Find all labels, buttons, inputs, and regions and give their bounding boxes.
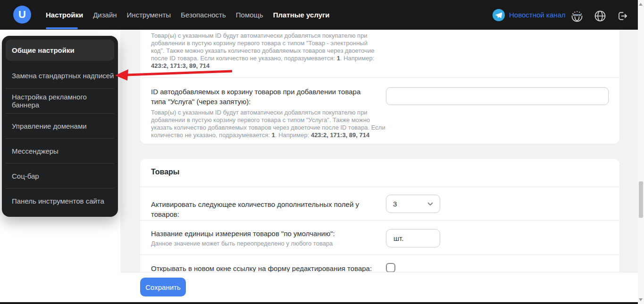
sidebar-item-general-settings[interactable]: Общие настройки (6, 40, 114, 61)
card-divider (140, 220, 619, 221)
www-domain-icon[interactable]: www (570, 9, 584, 23)
sidebar-item-social-bar[interactable]: Соц-бар (6, 163, 114, 188)
default-unit-input[interactable] (386, 229, 440, 247)
default-unit-label: Название единицы измерения товаров "по у… (151, 229, 385, 238)
app-logo[interactable]: U (13, 6, 31, 24)
service-autocart-label: ID автодобавляемых в корзину товаров при… (151, 87, 374, 107)
extra-fields-select-value: 3 (393, 200, 397, 208)
service-autocart-ids-input[interactable] (386, 87, 609, 105)
nav-item-security[interactable]: Безопасность (181, 11, 226, 19)
nav-item-paid-services[interactable]: Платные услуги (273, 11, 330, 19)
globe-icon[interactable] (594, 9, 607, 23)
service-autocart-help-text: Товар(ы) с указанным ID будут автоматиче… (151, 109, 390, 139)
card-divider (140, 255, 619, 255)
news-channel-label: Новостной канал (509, 11, 565, 19)
admin-settings-page: U Настройки Дизайн Инструменты Безопасно… (0, 0, 644, 304)
extra-fields-select[interactable]: 3 (386, 195, 440, 213)
sticky-save-footer: Сохранить (120, 272, 638, 302)
save-button[interactable]: Сохранить (140, 278, 186, 296)
scrollbar-thumb[interactable] (639, 181, 643, 218)
sidebar-item-domain-management[interactable]: Управление доменами (6, 113, 114, 138)
settings-sidebar: Общие настройки Замена стандартных надпи… (2, 36, 118, 217)
scroll-up-arrow-icon[interactable] (639, 3, 643, 6)
top-navigation-bar: U Настройки Дизайн Инструменты Безопасно… (0, 0, 638, 30)
sidebar-item-messengers[interactable]: Мессенджеры (6, 138, 114, 163)
nav-item-settings[interactable]: Настройки (46, 11, 83, 19)
sidebar-item-ad-banner-setup[interactable]: Настройка рекламного баннера (6, 88, 114, 113)
electronic-code-help-text: Товар(ы) с указанным ID будут автоматиче… (151, 32, 378, 70)
sidebar-list: Замена стандартных надписей Настройка ре… (6, 63, 114, 213)
nav-item-tools[interactable]: Инструменты (127, 11, 171, 19)
autocart-settings-card: Товар(ы) с указанным ID будут автоматиче… (140, 30, 619, 144)
red-arrow-annotation (114, 66, 235, 81)
bottom-dark-strip (0, 302, 638, 304)
main-nav: Настройки Дизайн Инструменты Безопасност… (46, 0, 330, 30)
products-section-title: Товары (151, 168, 180, 176)
telegram-icon (493, 9, 505, 21)
sidebar-item-replace-standard-labels[interactable]: Замена стандартных надписей (6, 63, 114, 88)
default-unit-help-text: Данное значение может быть переопределен… (151, 240, 385, 247)
active-tab-underline (46, 27, 78, 29)
nav-item-help[interactable]: Помощь (236, 11, 263, 19)
sidebar-item-site-toolbar[interactable]: Панель инструментов сайта (6, 188, 114, 213)
scrollbar-track[interactable] (638, 0, 644, 304)
extra-fields-label: Активировать следующее количество дополн… (151, 199, 385, 219)
card-divider (140, 187, 619, 187)
news-channel-link[interactable]: Новостной канал (493, 8, 565, 21)
scroll-down-arrow-icon[interactable] (639, 298, 643, 301)
chevron-down-icon (427, 202, 433, 206)
svg-text:www: www (572, 13, 581, 17)
nav-item-design[interactable]: Дизайн (93, 11, 117, 19)
open-in-new-window-checkbox[interactable] (386, 263, 395, 272)
logout-icon[interactable] (615, 9, 628, 23)
